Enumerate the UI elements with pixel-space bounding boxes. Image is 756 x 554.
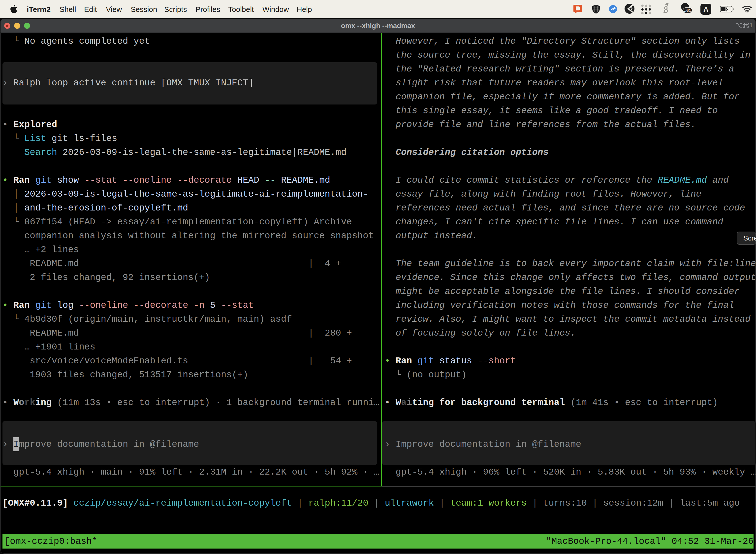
svg-text:1: 1	[750, 22, 752, 28]
svg-text:..61: ..61	[684, 8, 691, 13]
